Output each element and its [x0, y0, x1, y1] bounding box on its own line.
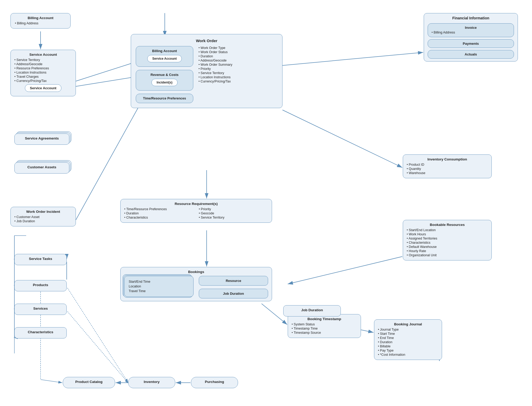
rr-c1-2: Characteristics	[124, 216, 194, 219]
rr-c1-0: Time/Resource Preferences	[124, 207, 194, 211]
product-catalog-title: Product Catalog	[67, 380, 111, 384]
rr-c2-0: Priority	[199, 207, 268, 211]
bj-item-2: End Time	[378, 336, 438, 340]
bookings-job-duration-title: Job Duration	[203, 292, 264, 296]
svg-line-31	[67, 312, 129, 383]
sa-item-1: Address/Geocode	[14, 62, 72, 66]
wo-item-2: Duration	[199, 54, 278, 58]
resource-req-box: Resource Requirement(s) Time/Resource Pr…	[120, 199, 272, 223]
actuals-title: Actuals	[432, 52, 510, 56]
rr-c1-1: Duration	[124, 212, 194, 215]
wo-revenue-costs-title: Revenue & Costs	[140, 73, 189, 77]
resource-req-list1: Time/Resource Preferences Duration Chara…	[124, 207, 194, 219]
invoice-billing-address: Billing Address	[432, 31, 510, 34]
bt-item-1: Timestamp Time	[292, 327, 357, 330]
products-box: Products	[14, 280, 67, 291]
wo-service-account-inner: Service Account	[147, 55, 182, 62]
bookings-left-item-0: Start/End Time	[129, 280, 189, 283]
work-order-incident-title: Work Order Incident	[14, 210, 72, 214]
br-item-2: Assigned Territories	[407, 237, 488, 240]
product-catalog-box: Product Catalog	[63, 377, 115, 388]
br-item-0: Start/End Location	[407, 228, 488, 232]
products-title: Products	[19, 283, 62, 287]
sa-item-0: Service Territory	[14, 58, 72, 62]
payments-title: Payments	[432, 42, 510, 46]
service-agreements-box: Service Agreements	[14, 134, 69, 145]
ic-item-2: Warehouse	[407, 171, 488, 175]
billing-account-top-title: Billing Account	[15, 16, 66, 20]
service-account-inner: Service Account	[25, 84, 61, 92]
br-item-6: Organizational Unit	[407, 253, 488, 257]
resource-req-list2: Priority Geocode Service Territory	[199, 207, 268, 219]
bj-item-4: Billable	[378, 344, 438, 348]
rr-c2-1: Geocode	[199, 212, 268, 215]
booking-journal-box: Booking Journal Journal Type Start Time …	[374, 319, 442, 360]
bj-item-6: *Cost Information	[378, 353, 438, 357]
br-item-4: Default Warehouse	[407, 245, 488, 249]
wo-item-0: Work Order Type	[199, 46, 278, 50]
bookings-title: Bookings	[124, 270, 268, 274]
resource-req-cols: Time/Resource Preferences Duration Chara…	[124, 207, 268, 220]
br-item-1: Work Hours	[407, 232, 488, 236]
bookable-resources-list: Start/End Location Work Hours Assigned T…	[407, 228, 488, 257]
wo-incidents-inner: Incident(s)	[151, 79, 178, 86]
br-item-3: Characteristics	[407, 241, 488, 244]
inventory-consumption-list: Product ID Quantity Warehouse	[407, 163, 488, 175]
svg-line-19	[41, 380, 62, 383]
bookings-resource-title: Resource	[203, 279, 264, 283]
financial-info-box: Financial Information Invoice Billing Ad…	[424, 13, 518, 62]
work-order-incident-box: Work Order Incident Customer Asset Job D…	[10, 207, 76, 226]
booking-timestamp-list: System Status Timestamp Time Timestamp S…	[292, 322, 357, 335]
wo-billing-account-inner-title: Billing Account	[140, 49, 189, 53]
wo-item-6: Service Territory	[199, 71, 278, 75]
invoice-title: Invoice	[432, 26, 510, 30]
bj-item-1: Start Time	[378, 332, 438, 336]
bj-item-3: Duration	[378, 340, 438, 344]
service-account-title: Service Account	[14, 53, 72, 57]
characteristics-left-box: Characteristics	[14, 327, 67, 338]
svg-line-30	[67, 288, 128, 383]
sa-item-3: Location Instructions	[14, 71, 72, 74]
services-title: Services	[19, 307, 62, 310]
woi-item-1: Job Duration	[14, 219, 72, 223]
bookings-left-item-2: Travel Time	[129, 289, 189, 293]
wo-item-8: Currency/Pricing/Tax	[199, 80, 278, 83]
billing-address-item: Billing Address	[15, 21, 66, 25]
purchasing-title: Purchasing	[195, 380, 234, 384]
resource-req-title: Resource Requirement(s)	[124, 202, 268, 206]
sa-item-5: Currency/Pricing/Tax	[14, 79, 72, 83]
booking-journal-list: Journal Type Start Time End Time Duratio…	[378, 328, 438, 357]
wo-item-7: Location Instructions	[199, 75, 278, 79]
sa-item-2: Resource Preferences	[14, 66, 72, 70]
characteristics-left-title: Characteristics	[19, 330, 62, 334]
bj-item-5: Pay Type	[378, 349, 438, 352]
customer-assets-title: Customer Assets	[19, 165, 65, 169]
service-agreements-container: Service Agreements	[14, 134, 69, 145]
inventory-box: Inventory	[128, 377, 175, 388]
purchasing-box: Purchasing	[191, 377, 238, 388]
work-order-title: Work Order	[136, 38, 278, 43]
inventory-consumption-box: Inventory Consumption Product ID Quantit…	[403, 154, 492, 178]
bookable-resources-title: Bookable Resources	[407, 223, 488, 227]
woi-item-0: Customer Asset	[14, 215, 72, 219]
bookings-box: Bookings Start/End Time Location Travel …	[120, 267, 272, 301]
customer-assets-box: Customer Assets	[14, 162, 69, 174]
wo-item-4: Work Order Summary	[199, 63, 278, 66]
bj-item-0: Journal Type	[378, 328, 438, 331]
wo-time-resource-title: Time/Resource Preferences	[140, 97, 189, 100]
svg-line-11	[288, 257, 402, 284]
ic-item-0: Product ID	[407, 163, 488, 166]
service-tasks-box: Service Tasks	[14, 254, 67, 265]
rr-c2-2: Service Territory	[199, 216, 268, 219]
inventory-consumption-title: Inventory Consumption	[407, 157, 488, 161]
diagram: Billing Account Billing Address Service …	[0, 0, 532, 406]
service-account-box: Service Account Service Territory Addres…	[10, 50, 76, 96]
billing-account-top-box: Billing Account Billing Address	[10, 13, 71, 29]
invoice-list: Billing Address	[432, 31, 510, 34]
service-agreements-title: Service Agreements	[19, 136, 65, 140]
financial-info-title: Financial Information	[428, 16, 514, 20]
services-box: Services	[14, 304, 67, 315]
wo-item-1: Work Order Status	[199, 50, 278, 54]
service-tasks-title: Service Tasks	[19, 257, 62, 261]
job-duration-title: Job Duration	[288, 308, 336, 312]
